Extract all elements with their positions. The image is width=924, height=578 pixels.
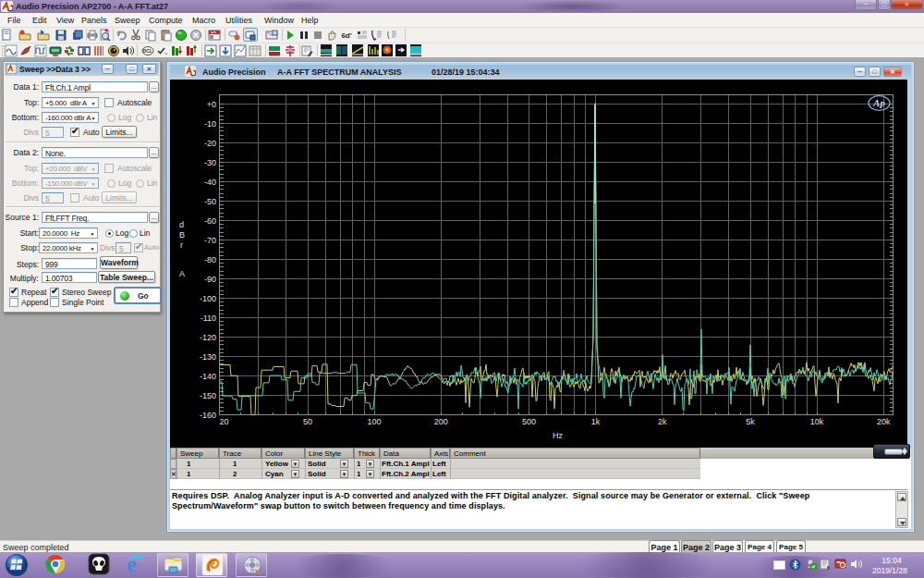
svg-text:20k: 20k [877, 417, 891, 426]
svg-text:-40: -40 [204, 178, 216, 187]
svg-text:-80: -80 [204, 255, 216, 264]
svg-text:-160: -160 [200, 411, 216, 420]
svg-text:-10: -10 [204, 119, 216, 129]
svg-text:1k: 1k [591, 417, 601, 426]
svg-text:100: 100 [368, 417, 382, 426]
svg-text:10k: 10k [810, 417, 824, 426]
svg-text:-120: -120 [200, 333, 216, 342]
svg-text:2k: 2k [658, 417, 667, 426]
svg-text:-90: -90 [204, 275, 216, 284]
svg-text:-130: -130 [200, 352, 216, 362]
svg-text:+0: +0 [207, 100, 216, 109]
svg-text:-70: -70 [204, 236, 216, 245]
svg-text:500: 500 [522, 417, 536, 426]
svg-text:A: A [179, 269, 185, 278]
svg-text:B: B [179, 230, 185, 240]
svg-text:5k: 5k [746, 417, 755, 426]
svg-text:50: 50 [303, 417, 312, 426]
svg-text:DCL: DCL [143, 48, 152, 54]
svg-text:-50: -50 [204, 197, 216, 206]
svg-text:-140: -140 [200, 372, 216, 381]
svg-text:-30: -30 [204, 158, 216, 167]
svg-text:200: 200 [434, 417, 448, 426]
svg-text:-100: -100 [200, 294, 216, 303]
svg-text:r: r [180, 240, 183, 250]
svg-text:20: 20 [220, 417, 229, 426]
svg-text:-110: -110 [201, 314, 216, 323]
svg-text:-150: -150 [200, 391, 216, 400]
svg-text:-20: -20 [204, 139, 216, 148]
svg-text:d: d [179, 220, 184, 229]
svg-text:-60: -60 [204, 216, 216, 226]
svg-text:Ap: Ap [872, 97, 885, 108]
svg-text:Hz: Hz [553, 431, 563, 440]
